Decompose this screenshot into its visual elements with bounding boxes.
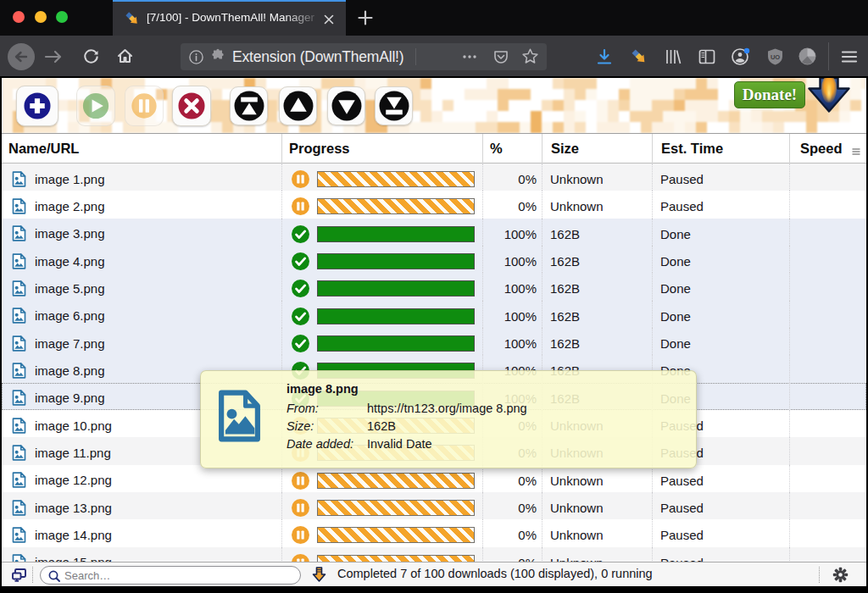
svg-text:UO: UO bbox=[770, 53, 779, 61]
